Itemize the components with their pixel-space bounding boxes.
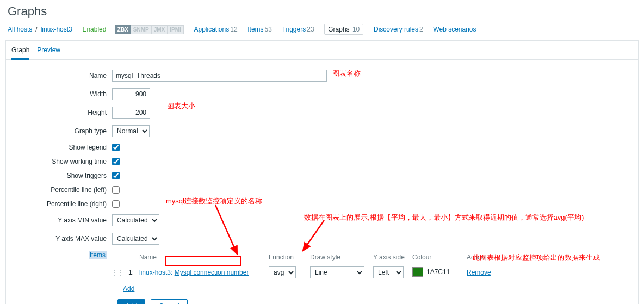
checkbox-show-working[interactable]: [112, 158, 120, 165]
badge-snmp: SNMP: [131, 25, 152, 34]
badge-ipmi: IPMI: [168, 25, 184, 34]
label-show-triggers: Show triggers: [6, 172, 112, 179]
row-index: 1:: [123, 269, 134, 276]
select-ymin[interactable]: Calculated: [112, 214, 159, 226]
colour-value: 1A7C11: [426, 268, 450, 276]
colour-swatch[interactable]: [412, 267, 423, 277]
select-graph-type[interactable]: Normal: [112, 125, 150, 137]
select-draw-style[interactable]: Line: [310, 266, 364, 278]
checkbox-perc-right[interactable]: [112, 200, 120, 208]
col-action: Action: [467, 253, 499, 261]
item-host-link[interactable]: linux-host3:: [139, 269, 172, 276]
interface-badges: ZBX SNMP JMX IPMI: [115, 25, 184, 34]
label-graph-type: Graph type: [6, 127, 112, 135]
badge-jmx: JMX: [152, 25, 168, 34]
input-width[interactable]: [112, 88, 150, 100]
label-ymin: Y axis MIN value: [6, 216, 112, 224]
col-name: Name: [134, 253, 269, 261]
separator: /: [35, 26, 37, 33]
select-yaxis-side[interactable]: Left: [373, 266, 404, 278]
link-host[interactable]: linux-host3: [41, 26, 72, 33]
select-function[interactable]: avg: [269, 266, 296, 278]
label-name: Name: [6, 72, 112, 79]
items-header: Name Function Draw style Y axis side Col…: [112, 251, 638, 264]
checkbox-perc-left[interactable]: [112, 186, 120, 194]
nav-triggers[interactable]: Triggers23: [282, 26, 314, 33]
item-row: ⋮⋮ 1: linux-host3: Mysql connection numb…: [112, 264, 638, 281]
drag-handle-icon[interactable]: ⋮⋮: [112, 269, 123, 276]
status-enabled: Enabled: [82, 26, 106, 33]
col-side: Y axis side: [373, 253, 412, 261]
label-ymax: Y axis MAX value: [6, 235, 112, 243]
content-panel: Graph Preview Name Width Height Graph ty…: [5, 40, 639, 304]
form-area: Name Width Height Graph type Normal Show…: [6, 60, 638, 304]
add-item-link[interactable]: Add: [123, 285, 134, 293]
select-ymax[interactable]: Calculated: [112, 233, 159, 245]
nav-items[interactable]: Items53: [247, 26, 272, 33]
label-perc-left: Percentile line (left): [6, 186, 112, 194]
tab-preview[interactable]: Preview: [37, 46, 60, 59]
page-title: Graphs: [0, 0, 644, 24]
remove-link[interactable]: Remove: [467, 269, 491, 276]
checkbox-show-triggers[interactable]: [112, 172, 120, 179]
label-perc-right: Percentile line (right): [6, 200, 112, 208]
input-height[interactable]: [112, 107, 150, 119]
link-all-hosts[interactable]: All hosts: [8, 26, 32, 33]
checkbox-show-legend[interactable]: [112, 144, 120, 151]
nav-web[interactable]: Web scenarios: [433, 26, 476, 33]
label-items: Items: [6, 251, 112, 259]
label-show-working: Show working time: [6, 158, 112, 165]
nav-applications[interactable]: Applications12: [194, 26, 238, 33]
input-name[interactable]: [112, 70, 327, 82]
tabs: Graph Preview: [6, 41, 638, 60]
host-nav: All hosts / linux-host3 Enabled ZBX SNMP…: [0, 24, 644, 40]
cancel-button[interactable]: Cancel: [151, 299, 187, 304]
label-height: Height: [6, 109, 112, 116]
add-button[interactable]: Add: [117, 299, 145, 304]
label-width: Width: [6, 90, 112, 98]
item-name-link[interactable]: Mysql connection number: [175, 269, 249, 276]
label-show-legend: Show legend: [6, 144, 112, 151]
col-colour: Colour: [412, 253, 467, 261]
nav-discovery[interactable]: Discovery rules2: [374, 26, 423, 33]
col-draw: Draw style: [310, 253, 373, 261]
col-function: Function: [269, 253, 310, 261]
tab-graph[interactable]: Graph: [11, 46, 29, 60]
nav-graphs-active[interactable]: Graphs 10: [324, 24, 363, 35]
badge-zbx: ZBX: [115, 25, 131, 34]
